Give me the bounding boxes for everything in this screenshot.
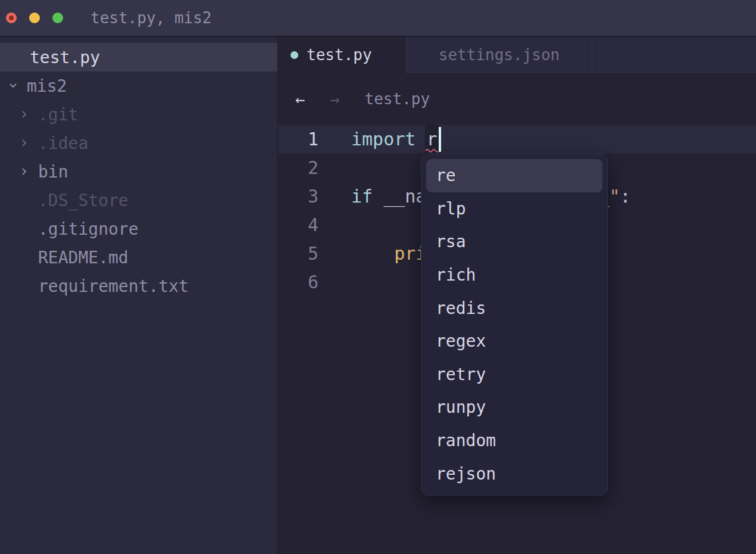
back-button[interactable]: ←	[295, 91, 305, 107]
completion-label: rsa	[436, 232, 466, 251]
sidebar-item-requirement-txt[interactable]: requirement.txt	[0, 272, 277, 300]
completion-item-rlp[interactable]: rlp	[426, 192, 602, 226]
file-tree-panel: test.pymis2.git.ideabin.DS_Store.gitigno…	[0, 37, 278, 554]
completion-label: re	[436, 166, 456, 185]
tab-label: settings.json	[439, 46, 560, 64]
titlebar: test.py, mis2	[0, 0, 756, 37]
file-label: .gitignore	[38, 219, 139, 239]
file-label: test.py	[30, 48, 100, 67]
completion-label: rlp	[436, 199, 466, 219]
sidebar-item-idea[interactable]: .idea	[0, 129, 277, 157]
completion-item-redis[interactable]: redis	[426, 291, 602, 325]
line-number: 3	[278, 182, 318, 211]
folder-label: mis2	[27, 76, 67, 96]
breadcrumb-bar: ← → test.py	[278, 73, 756, 125]
completion-item-runpy[interactable]: runpy	[426, 391, 602, 424]
breadcrumb-filename[interactable]: test.py	[365, 90, 430, 108]
completion-item-rejson[interactable]: rejson	[426, 457, 602, 490]
code-token	[351, 243, 394, 264]
completion-item-rsa[interactable]: rsa	[426, 225, 602, 259]
code-token: import	[351, 129, 416, 150]
window-title: test.py, mis2	[90, 9, 212, 27]
completion-label: regex	[436, 331, 486, 351]
line-number: 2	[278, 154, 318, 182]
modified-dot	[290, 51, 298, 59]
completion-label: rich	[436, 265, 476, 285]
completion-item-rich[interactable]: rich	[426, 259, 602, 292]
sidebar-item-git[interactable]: .git	[0, 100, 277, 129]
folder-label: .git	[38, 105, 78, 125]
tab-test-py[interactable]: test.py	[278, 37, 407, 73]
folder-label: .idea	[38, 133, 88, 153]
folder-label: bin	[38, 162, 68, 182]
autocomplete-popup: rerlprsarichredisregexretryrunpyrandomre…	[421, 154, 608, 496]
sidebar-item-gitignore[interactable]: .gitignore	[0, 214, 277, 243]
editor-line-1[interactable]: 1import r	[278, 125, 756, 154]
sidebar-item-bin[interactable]: bin	[0, 157, 277, 186]
zoom-button[interactable]	[52, 13, 63, 23]
sidebar-item-test-py[interactable]: test.py	[0, 43, 277, 71]
completion-item-random[interactable]: random	[426, 424, 602, 457]
completion-item-re[interactable]: re	[426, 159, 602, 192]
line-number: 1	[278, 125, 318, 154]
traffic-lights	[0, 13, 63, 23]
error-squiggle	[425, 148, 438, 152]
tab-bar: test.pysettings.json	[278, 37, 756, 73]
code-token: :	[620, 186, 631, 207]
minimize-button[interactable]	[29, 13, 40, 23]
code-token: if	[351, 186, 373, 207]
close-button-dot	[9, 15, 14, 20]
chevron-right-icon[interactable]	[20, 138, 29, 148]
completion-label: runpy	[436, 397, 486, 417]
window-content: test.pymis2.git.ideabin.DS_Store.gitigno…	[0, 37, 756, 554]
completion-label: random	[436, 431, 496, 450]
tab-settings-json[interactable]: settings.json	[407, 37, 592, 73]
file-label: .DS_Store	[38, 191, 129, 210]
app-window: test.py, mis2 test.pymis2.git.ideabin.DS…	[0, 0, 756, 554]
completion-label: redis	[436, 298, 486, 318]
completion-label: retry	[436, 365, 486, 384]
sidebar-item-mis2[interactable]: mis2	[0, 71, 277, 100]
chevron-down-icon[interactable]	[8, 81, 18, 91]
line-number: 5	[278, 239, 318, 268]
completion-label: rejson	[436, 464, 496, 484]
close-button[interactable]	[6, 13, 17, 23]
completion-item-retry[interactable]: retry	[426, 358, 602, 391]
text-cursor	[439, 127, 441, 152]
line-number: 4	[278, 211, 318, 239]
chevron-right-icon[interactable]	[20, 110, 29, 119]
tab-label: test.py	[307, 46, 372, 64]
completing-word: r	[425, 125, 438, 154]
code-line-text: import r	[351, 125, 438, 154]
forward-button[interactable]: →	[330, 91, 339, 107]
file-label: requirement.txt	[38, 276, 189, 296]
completion-item-regex[interactable]: regex	[426, 325, 602, 358]
sidebar-item-ds-store[interactable]: .DS_Store	[0, 186, 277, 214]
main-pane: test.pysettings.json ← → test.py 1import…	[278, 37, 756, 554]
sidebar-item-readme-md[interactable]: README.md	[0, 243, 277, 272]
tab-bar-empty-space	[592, 37, 756, 73]
line-number: 6	[278, 268, 318, 297]
chevron-right-icon[interactable]	[20, 167, 29, 176]
file-label: README.md	[38, 248, 129, 267]
